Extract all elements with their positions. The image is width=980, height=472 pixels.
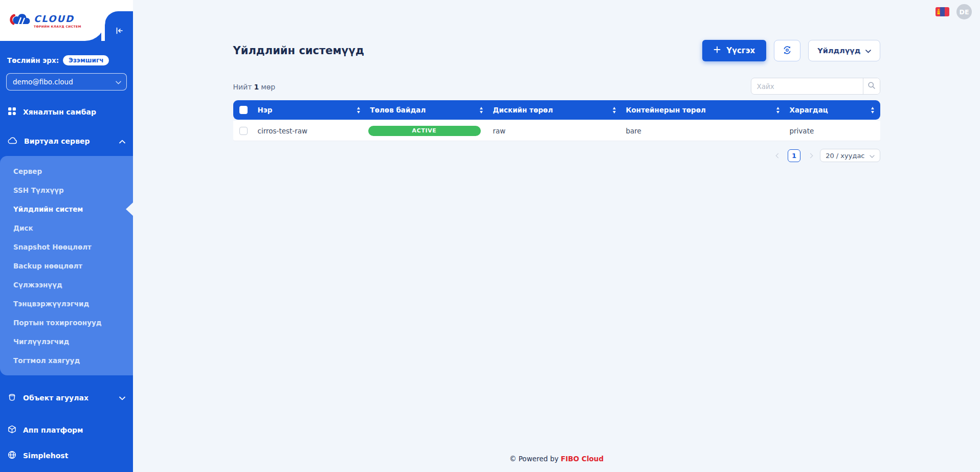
bucket-icon	[8, 393, 16, 403]
sidebar-item-port-settings[interactable]: Портын тохиргоонууд	[0, 313, 133, 332]
sidebar-item-routers[interactable]: Чиглүүлэгчид	[0, 332, 133, 351]
dashboard-grid-icon	[8, 107, 16, 117]
main-area: DE Үйлдлийн системүүд Үүсгэх	[133, 0, 980, 472]
logo-card: CLOUD ТӨРИЙН КЛАУД СИСТЕМ	[0, 0, 105, 41]
sidebar-item-disk[interactable]: Диск	[0, 218, 133, 237]
total-count: 1	[254, 83, 259, 91]
actions-dropdown-button[interactable]: Үйлдлүүд	[808, 40, 880, 61]
footer: © Powered by FIBO Cloud	[233, 455, 880, 472]
collapse-left-icon	[115, 26, 124, 37]
project-role-label: Төслийн эрх:	[7, 56, 59, 64]
sidebar-item-operating-system[interactable]: Үйлдлийн систем	[0, 199, 133, 218]
sidebar-item-label: Апп платформ	[23, 426, 83, 434]
search-button[interactable]	[863, 78, 880, 94]
page-size-select[interactable]: 20 / хуудас	[820, 149, 880, 162]
chevron-down-icon	[870, 152, 875, 160]
mongolia-flag[interactable]	[936, 7, 949, 16]
logo-text: CLOUD	[34, 13, 81, 24]
sort-icon	[871, 107, 874, 114]
table-header-row: Нэр Төлөв байдал Дискийн төрөл Контейнер…	[233, 100, 880, 120]
sidebar-collapse-button[interactable]	[109, 21, 129, 42]
chevron-right-icon	[808, 153, 813, 158]
sidebar-item-label: Simplehost	[23, 452, 68, 460]
sidebar-item-label: Объект агуулах	[23, 394, 88, 402]
sidebar-item-backup[interactable]: Backup нөөцлөлт	[0, 256, 133, 275]
sidebar-item-app-platform[interactable]: Апп платформ	[0, 419, 133, 441]
column-header-visibility[interactable]: Харагдац	[786, 100, 880, 120]
sidebar-item-dashboard[interactable]: Хяналтын самбар	[0, 101, 133, 123]
sidebar-item-label: Хяналтын самбар	[23, 108, 96, 116]
project-role-badge: Эзэмшигч	[63, 55, 109, 65]
sidebar-item-networks[interactable]: Сүлжээнүүд	[0, 275, 133, 294]
cell-disk-type: raw	[489, 127, 622, 135]
sidebar-item-ssh-key[interactable]: SSH Түлхүүр	[0, 181, 133, 199]
account-select-value: demo@fibo.cloud	[13, 78, 73, 86]
sidebar-item-server[interactable]: Сервер	[0, 162, 133, 181]
column-header-container-type[interactable]: Контейнерын төрөл	[622, 100, 786, 120]
sidebar: CLOUD ТӨРИЙН КЛАУД СИСТЕМ Төслийн эрх: Э…	[0, 0, 133, 472]
sidebar-item-simplehost[interactable]: Simplehost	[0, 444, 133, 467]
sidebar-item-object-storage[interactable]: Объект агуулах	[0, 387, 133, 409]
cell-name: cirros-test-raw	[254, 127, 366, 135]
total-rows-label: Нийт1мөр	[233, 83, 276, 95]
virtual-server-submenu: Сервер SSH Түлхүүр Үйлдлийн систем Диск …	[0, 156, 133, 375]
account-select[interactable]: demo@fibo.cloud	[6, 73, 127, 91]
pagination-prev-button[interactable]	[773, 150, 783, 161]
search-input[interactable]	[751, 78, 863, 94]
create-button[interactable]: Үүсгэх	[702, 40, 766, 61]
os-images-table: Нэр Төлөв байдал Дискийн төрөл Контейнер…	[233, 100, 880, 141]
sidebar-item-label: Виртуал сервер	[24, 137, 90, 145]
pagination-next-button[interactable]	[805, 150, 815, 161]
sort-icon	[357, 107, 360, 114]
select-all-checkbox[interactable]	[239, 106, 248, 114]
footer-text: © Powered by	[509, 455, 559, 463]
column-header-disk-type[interactable]: Дискийн төрөл	[489, 100, 622, 120]
sidebar-item-virtual-server[interactable]: Виртуал сервер	[0, 130, 133, 152]
sort-icon	[613, 107, 616, 114]
table-row: cirros-test-raw ACTIVE raw bare private	[233, 121, 880, 141]
chevron-down-icon	[116, 78, 121, 86]
refresh-button[interactable]	[774, 40, 800, 61]
refresh-icon	[782, 45, 792, 57]
row-checkbox[interactable]	[239, 127, 248, 135]
cell-container-type: bare	[622, 127, 786, 135]
plus-icon	[714, 46, 721, 55]
select-all-checkbox-cell	[233, 106, 254, 114]
sidebar-item-snapshot-backup[interactable]: Snapshot Нөөцлөлт	[0, 237, 133, 256]
footer-brand-link[interactable]: FIBO Cloud	[561, 455, 604, 463]
column-header-name[interactable]: Нэр	[254, 100, 366, 120]
status-badge: ACTIVE	[368, 126, 481, 136]
chevron-left-icon	[775, 153, 781, 158]
column-header-status[interactable]: Төлөв байдал	[366, 100, 489, 120]
avatar[interactable]: DE	[956, 4, 972, 19]
cloud-logo-icon	[9, 12, 31, 29]
chevron-down-icon	[865, 47, 871, 55]
avatar-initials: DE	[960, 8, 969, 16]
cloud-icon	[8, 137, 17, 146]
cube-icon	[8, 425, 16, 436]
sort-icon	[480, 107, 483, 114]
sort-icon	[776, 107, 779, 114]
pagination: 1 20 / хуудас	[233, 149, 880, 162]
sidebar-item-load-balancers[interactable]: Тэнцвэржүүлэгчид	[0, 294, 133, 313]
search-group	[751, 78, 880, 95]
project-role-row: Төслийн эрх: Эзэмшигч	[0, 55, 133, 65]
chevron-down-icon	[119, 394, 125, 402]
chevron-up-icon	[119, 137, 125, 145]
globe-icon	[8, 451, 16, 461]
sidebar-item-static-addresses[interactable]: Тогтмол хаягууд	[0, 351, 133, 370]
search-icon	[867, 81, 876, 91]
page-title: Үйлдлийн системүүд	[233, 44, 364, 57]
logo-tagline: ТӨРИЙН КЛАУД СИСТЕМ	[34, 25, 81, 28]
pagination-page-1[interactable]: 1	[788, 149, 800, 162]
cell-visibility: private	[786, 127, 880, 135]
